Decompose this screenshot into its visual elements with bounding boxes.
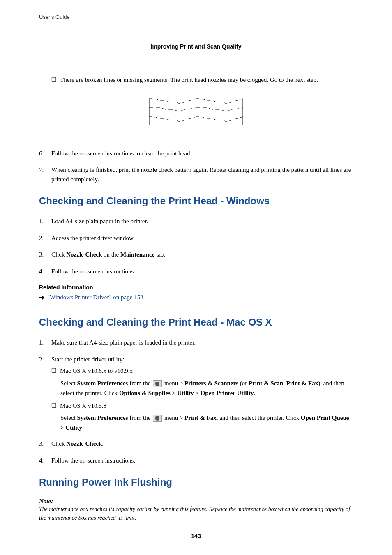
broken-lines-bullet: ❏ There are broken lines or missing segm… <box>51 75 353 85</box>
step-text: Follow the on-screen instructions. <box>51 456 353 465</box>
mac-step-1: 1. Make sure that A4-size plain paper is… <box>39 338 353 347</box>
mac-sub-bullet-2: ❏ Mac OS X v10.5.8 <box>51 401 353 411</box>
step-text: Load A4-size plain paper in the printer. <box>51 217 353 226</box>
step-text: Follow the on-screen instructions. <box>51 267 353 276</box>
step-number: 1. <box>39 217 51 226</box>
step-number: 3. <box>39 250 51 259</box>
mac-sub-1-text: Select System Preferences from the menu … <box>60 378 353 398</box>
win-step-2: 2. Access the printer driver window. <box>39 234 353 243</box>
step-text: Click Nozzle Check on the Maintenance ta… <box>51 250 353 259</box>
step-text: When cleaning is finished, print the noz… <box>51 165 353 184</box>
step-number: 6. <box>39 149 51 158</box>
step-text: Start the printer driver utility: <box>51 355 353 364</box>
step-number: 4. <box>39 456 51 465</box>
mac-sub-label: Mac OS X v10.6.x to v10.9.x <box>60 366 133 376</box>
bullet-marker-icon: ❏ <box>51 401 57 411</box>
apple-menu-icon <box>153 415 162 422</box>
step-6: 6. Follow the on-screen instructions to … <box>39 149 353 158</box>
win-step-1: 1. Load A4-size plain paper in the print… <box>39 217 353 226</box>
apple-menu-icon <box>153 380 162 387</box>
note-label: Note: <box>39 498 353 505</box>
bullet-marker-icon: ❏ <box>51 366 57 376</box>
mac-sub-bullet-1: ❏ Mac OS X v10.6.x to v10.9.x <box>51 366 353 376</box>
step-text: Follow the on-screen instructions to cle… <box>51 149 353 158</box>
step-text: Access the printer driver window. <box>51 234 353 243</box>
heading-flush: Running Power Ink Flushing <box>39 476 353 488</box>
note-text: The maintenance box reaches its capacity… <box>39 505 353 522</box>
page-number: 143 <box>0 533 392 539</box>
heading-mac: Checking and Cleaning the Print Head - M… <box>39 317 353 328</box>
arrow-right-icon <box>39 295 45 301</box>
heading-windows: Checking and Cleaning the Print Head - W… <box>39 195 353 207</box>
step-text: Make sure that A4-size plain paper is lo… <box>51 338 353 347</box>
mac-sub-2-text: Select System Preferences from the menu … <box>60 413 353 432</box>
step-number: 3. <box>39 439 51 449</box>
nozzle-pattern-diagram <box>39 96 353 129</box>
step-text: Click Nozzle Check. <box>51 439 353 449</box>
mac-sub-label: Mac OS X v10.5.8 <box>60 401 106 411</box>
mac-step-3: 3. Click Nozzle Check. <box>39 439 353 449</box>
section-header: Improving Print and Scan Quality <box>39 43 353 50</box>
mac-step-2: 2. Start the printer driver utility: <box>39 355 353 364</box>
win-step-3: 3. Click Nozzle Check on the Maintenance… <box>39 250 353 259</box>
bullet-marker-icon: ❏ <box>51 75 57 85</box>
step-number: 2. <box>39 355 51 364</box>
mac-step-4: 4. Follow the on-screen instructions. <box>39 456 353 465</box>
step-number: 7. <box>39 165 51 184</box>
related-link-text: "Windows Printer Driver" on page 153 <box>47 294 143 301</box>
win-step-4: 4. Follow the on-screen instructions. <box>39 267 353 276</box>
related-link[interactable]: "Windows Printer Driver" on page 153 <box>39 294 353 301</box>
guide-label: User's Guide <box>39 14 353 20</box>
related-info-heading: Related Information <box>39 284 353 291</box>
step-number: 4. <box>39 267 51 276</box>
step-number: 2. <box>39 234 51 243</box>
broken-lines-text: There are broken lines or missing segmen… <box>60 75 318 85</box>
step-number: 1. <box>39 338 51 347</box>
step-7: 7. When cleaning is finished, print the … <box>39 165 353 184</box>
